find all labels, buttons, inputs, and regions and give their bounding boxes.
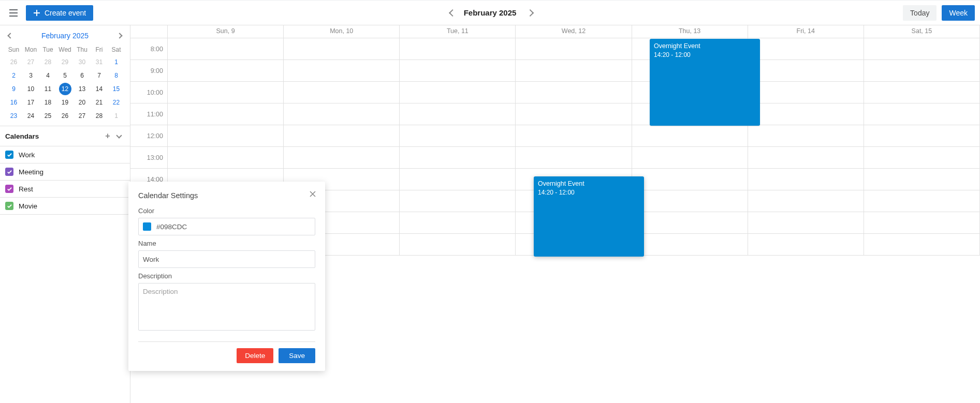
- mini-day[interactable]: 17: [22, 96, 39, 109]
- time-cell[interactable]: [632, 190, 748, 212]
- time-cell[interactable]: [400, 147, 516, 168]
- mini-prev-button[interactable]: [5, 31, 16, 41]
- time-cell[interactable]: [516, 103, 632, 125]
- time-cell[interactable]: [748, 190, 864, 212]
- mini-day[interactable]: 23: [5, 109, 22, 123]
- mini-day[interactable]: 24: [22, 109, 39, 123]
- calendar-list-item[interactable]: Movie: [0, 198, 130, 215]
- time-cell[interactable]: [864, 82, 980, 103]
- time-cell[interactable]: [516, 38, 632, 59]
- time-cell[interactable]: [748, 125, 864, 146]
- next-period-button[interactable]: [522, 8, 533, 18]
- calendar-checkbox[interactable]: [5, 185, 13, 193]
- time-cell[interactable]: [632, 147, 748, 168]
- time-cell[interactable]: [748, 60, 864, 81]
- today-button[interactable]: Today: [903, 5, 937, 21]
- mini-day[interactable]: 26: [56, 109, 74, 123]
- mini-day[interactable]: 12: [59, 83, 71, 95]
- mini-day[interactable]: 14: [91, 82, 108, 96]
- create-event-button[interactable]: Create event: [26, 5, 93, 21]
- time-cell[interactable]: [516, 125, 632, 146]
- hamburger-icon[interactable]: [5, 5, 22, 21]
- mini-day[interactable]: 9: [5, 82, 22, 96]
- mini-day[interactable]: 26: [5, 55, 22, 69]
- calendar-list-item[interactable]: Meeting: [0, 163, 130, 181]
- time-cell[interactable]: [284, 60, 400, 81]
- time-cell[interactable]: [284, 147, 400, 168]
- time-cell[interactable]: [168, 147, 284, 168]
- time-cell[interactable]: [632, 212, 748, 233]
- toggle-calendars-button[interactable]: [113, 130, 125, 142]
- time-cell[interactable]: [516, 82, 632, 103]
- mini-day[interactable]: 27: [22, 55, 39, 69]
- mini-day[interactable]: 2: [5, 69, 22, 82]
- time-cell[interactable]: [168, 103, 284, 125]
- mini-day[interactable]: 29: [56, 55, 74, 69]
- mini-day[interactable]: 1: [108, 109, 125, 123]
- mini-day[interactable]: 6: [74, 69, 91, 82]
- mini-day[interactable]: 22: [108, 96, 125, 109]
- time-cell[interactable]: [864, 125, 980, 146]
- time-cell[interactable]: [284, 38, 400, 59]
- mini-day[interactable]: 31: [91, 55, 108, 69]
- time-cell[interactable]: [400, 190, 516, 212]
- mini-day[interactable]: 19: [56, 96, 74, 109]
- calendar-event[interactable]: Overnight Event 14:20 - 12:00: [534, 176, 644, 257]
- time-cell[interactable]: [168, 125, 284, 146]
- mini-day[interactable]: 27: [74, 109, 91, 123]
- time-cell[interactable]: [400, 103, 516, 125]
- mini-day[interactable]: 8: [108, 69, 125, 82]
- time-cell[interactable]: [400, 125, 516, 146]
- calendar-checkbox[interactable]: [5, 168, 13, 176]
- time-cell[interactable]: [748, 147, 864, 168]
- time-cell[interactable]: [400, 60, 516, 81]
- mini-day[interactable]: 16: [5, 96, 22, 109]
- mini-day[interactable]: 13: [74, 82, 91, 96]
- calendar-list-item[interactable]: Rest: [0, 181, 130, 198]
- time-cell[interactable]: [864, 212, 980, 233]
- color-field[interactable]: #098CDC: [138, 218, 315, 235]
- calendar-event[interactable]: Overnight Event 14:20 - 12:00: [650, 39, 760, 126]
- time-cell[interactable]: [748, 212, 864, 233]
- mini-day[interactable]: 7: [91, 69, 108, 82]
- mini-day[interactable]: 10: [22, 82, 39, 96]
- mini-day[interactable]: 28: [39, 55, 56, 69]
- time-cell[interactable]: [168, 60, 284, 81]
- mini-next-button[interactable]: [114, 31, 125, 41]
- time-cell[interactable]: [864, 60, 980, 81]
- time-cell[interactable]: [864, 234, 980, 255]
- time-cell[interactable]: [632, 125, 748, 146]
- mini-day[interactable]: 21: [91, 96, 108, 109]
- calendar-checkbox[interactable]: [5, 151, 13, 159]
- time-cell[interactable]: [284, 103, 400, 125]
- mini-day[interactable]: 11: [39, 82, 56, 96]
- close-button[interactable]: [307, 188, 318, 200]
- time-cell[interactable]: [168, 38, 284, 59]
- calendar-checkbox[interactable]: [5, 202, 13, 210]
- mini-day[interactable]: 4: [39, 69, 56, 82]
- time-cell[interactable]: [400, 212, 516, 233]
- time-cell[interactable]: [748, 234, 864, 255]
- time-cell[interactable]: [864, 103, 980, 125]
- time-cell[interactable]: [284, 125, 400, 146]
- time-cell[interactable]: [400, 38, 516, 59]
- time-cell[interactable]: [748, 169, 864, 190]
- time-cell[interactable]: [516, 147, 632, 168]
- time-cell[interactable]: [400, 234, 516, 255]
- mini-day[interactable]: 5: [56, 69, 74, 82]
- mini-day[interactable]: 28: [91, 109, 108, 123]
- mini-day[interactable]: 1: [108, 55, 125, 69]
- time-cell[interactable]: [864, 190, 980, 212]
- mini-day[interactable]: 20: [74, 96, 91, 109]
- time-cell[interactable]: [516, 60, 632, 81]
- time-cell[interactable]: [864, 38, 980, 59]
- time-cell[interactable]: [284, 82, 400, 103]
- name-input[interactable]: [143, 256, 311, 263]
- time-cell[interactable]: [864, 169, 980, 190]
- delete-button[interactable]: Delete: [237, 348, 273, 363]
- time-cell[interactable]: [400, 169, 516, 190]
- time-cell[interactable]: [748, 38, 864, 59]
- mini-day[interactable]: 25: [39, 109, 56, 123]
- mini-day[interactable]: 3: [22, 69, 39, 82]
- mini-day[interactable]: 15: [108, 82, 125, 96]
